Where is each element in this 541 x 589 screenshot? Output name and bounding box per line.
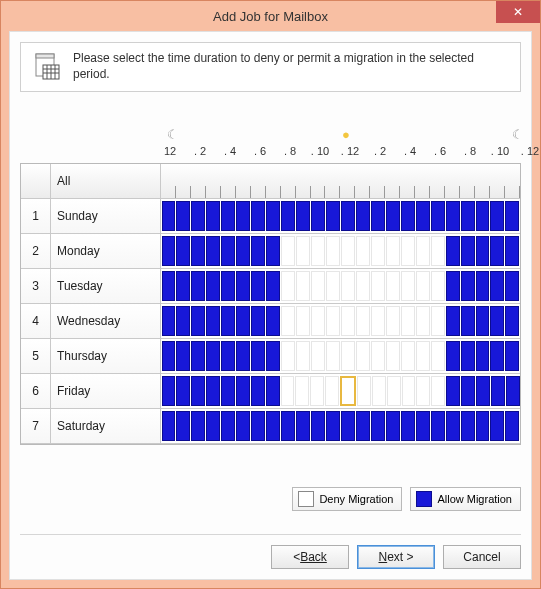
schedule-slot[interactable] (402, 376, 416, 406)
tick-header-row[interactable] (161, 164, 520, 199)
hour-tick[interactable] (385, 186, 400, 198)
schedule-slot[interactable] (401, 236, 415, 266)
schedule-slot[interactable] (461, 236, 475, 266)
schedule-slot[interactable] (162, 201, 176, 231)
schedule-slot[interactable] (401, 411, 415, 441)
schedule-slot[interactable] (446, 341, 460, 371)
hour-tick[interactable] (370, 186, 385, 198)
cancel-button[interactable]: Cancel (443, 545, 521, 569)
schedule-slot[interactable] (206, 236, 220, 266)
schedule-slot[interactable] (401, 271, 415, 301)
schedule-slot[interactable] (386, 201, 400, 231)
schedule-slot[interactable] (295, 376, 309, 406)
schedule-slot[interactable] (401, 341, 415, 371)
schedule-slot[interactable] (311, 341, 325, 371)
hour-tick[interactable] (505, 186, 520, 198)
legend-allow[interactable]: Allow Migration (410, 487, 521, 511)
schedule-slot[interactable] (490, 341, 504, 371)
schedule-slot[interactable] (176, 271, 190, 301)
schedule-slot[interactable] (176, 306, 190, 336)
schedule-slot[interactable] (176, 201, 190, 231)
all-row-header[interactable]: All (51, 164, 161, 199)
hour-tick[interactable] (266, 186, 281, 198)
schedule-slot[interactable] (176, 341, 190, 371)
schedule-slot[interactable] (476, 271, 490, 301)
schedule-slot[interactable] (176, 411, 190, 441)
schedule-slot[interactable] (416, 306, 430, 336)
schedule-slot[interactable] (176, 376, 190, 406)
schedule-slot[interactable] (401, 201, 415, 231)
schedule-slot[interactable] (162, 341, 176, 371)
schedule-slot[interactable] (476, 411, 490, 441)
day-header[interactable]: Saturday (51, 409, 161, 444)
schedule-slot[interactable] (506, 376, 520, 406)
schedule-slot[interactable] (221, 201, 235, 231)
schedule-slot[interactable] (162, 271, 176, 301)
schedule-slot[interactable] (371, 236, 385, 266)
schedule-slot[interactable] (371, 271, 385, 301)
schedule-slot[interactable] (371, 341, 385, 371)
hour-tick[interactable] (206, 186, 221, 198)
schedule-slot[interactable] (431, 201, 445, 231)
schedule-slot[interactable] (310, 376, 324, 406)
schedule-slot[interactable] (266, 201, 280, 231)
schedule-slot[interactable] (296, 411, 310, 441)
schedule-slot[interactable] (416, 376, 430, 406)
schedule-slot[interactable] (386, 271, 400, 301)
schedule-slot[interactable] (461, 411, 475, 441)
schedule-slot[interactable] (206, 201, 220, 231)
schedule-slot[interactable] (386, 306, 400, 336)
schedule-slot[interactable] (162, 236, 176, 266)
schedule-slot[interactable] (266, 236, 280, 266)
schedule-slot[interactable] (326, 411, 340, 441)
schedule-slot[interactable] (251, 236, 265, 266)
schedule-slot[interactable] (176, 236, 190, 266)
schedule-slot[interactable] (356, 271, 370, 301)
schedule-slot[interactable] (505, 201, 519, 231)
schedule-slot[interactable] (431, 411, 445, 441)
schedule-slot[interactable] (326, 236, 340, 266)
schedule-slot[interactable] (505, 411, 519, 441)
hour-tick[interactable] (296, 186, 311, 198)
schedule-slot[interactable] (266, 306, 280, 336)
corner-cell[interactable] (21, 164, 51, 199)
schedule-slot[interactable] (446, 376, 460, 406)
hour-tick[interactable] (415, 186, 430, 198)
schedule-slot[interactable] (341, 411, 355, 441)
schedule-slot[interactable] (446, 271, 460, 301)
schedule-slot[interactable] (446, 306, 460, 336)
schedule-slot[interactable] (296, 271, 310, 301)
schedule-slot[interactable] (281, 411, 295, 441)
schedule-slot[interactable] (416, 201, 430, 231)
schedule-slot[interactable] (251, 341, 265, 371)
schedule-slot[interactable] (296, 306, 310, 336)
schedule-slot[interactable] (372, 376, 386, 406)
next-button[interactable]: Next > (357, 545, 435, 569)
schedule-slot[interactable] (191, 306, 205, 336)
schedule-slot[interactable] (296, 201, 310, 231)
row-index[interactable]: 2 (21, 234, 51, 269)
hour-tick[interactable] (445, 186, 460, 198)
schedule-slot[interactable] (461, 271, 475, 301)
schedule-slot[interactable] (371, 306, 385, 336)
hour-tick[interactable] (281, 186, 296, 198)
schedule-slot[interactable] (357, 376, 371, 406)
schedule-slot[interactable] (236, 341, 250, 371)
schedule-slot[interactable] (281, 306, 295, 336)
schedule-slot[interactable] (387, 376, 401, 406)
schedule-slot[interactable] (221, 271, 235, 301)
schedule-slot[interactable] (505, 271, 519, 301)
schedule-slot[interactable] (476, 236, 490, 266)
schedule-slot[interactable] (221, 236, 235, 266)
legend-deny[interactable]: Deny Migration (292, 487, 402, 511)
hour-tick[interactable] (176, 186, 191, 198)
back-button[interactable]: < Back (271, 545, 349, 569)
day-header[interactable]: Wednesday (51, 304, 161, 339)
schedule-slot[interactable] (490, 236, 504, 266)
schedule-slot[interactable] (162, 411, 176, 441)
schedule-slot[interactable] (341, 306, 355, 336)
schedule-slot[interactable] (251, 306, 265, 336)
hour-tick[interactable] (475, 186, 490, 198)
schedule-slot[interactable] (461, 306, 475, 336)
schedule-slot[interactable] (476, 306, 490, 336)
